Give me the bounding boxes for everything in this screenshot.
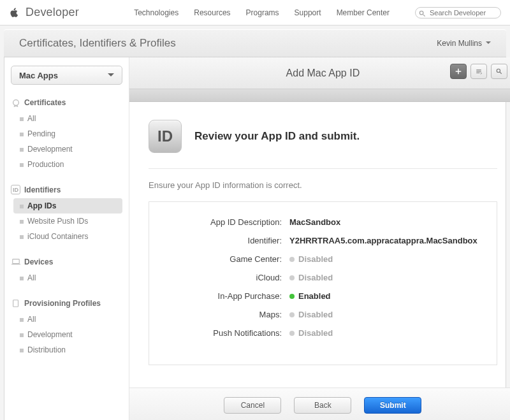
svg-line-1: [423, 15, 425, 17]
chevron-down-icon: [486, 41, 491, 47]
id-icon: ID: [11, 185, 20, 194]
status-dot-icon: [289, 294, 295, 299]
sidebar-item-website-push-ids[interactable]: Website Push IDs: [13, 214, 122, 229]
apple-logo-icon: [9, 8, 19, 18]
certificate-icon: [11, 98, 20, 107]
separator: [149, 168, 497, 169]
user-name: Kevin Mullins: [437, 39, 482, 48]
submit-button[interactable]: Submit: [364, 397, 421, 414]
nav-link-resources[interactable]: Resources: [194, 8, 230, 17]
content-area: Mac Apps Certificates All Pending Develo…: [4, 57, 506, 420]
profiles-icon: [11, 298, 20, 308]
main-panel: Add Mac App ID ID Review your App ID and…: [129, 57, 510, 420]
edit-button[interactable]: [470, 64, 487, 79]
app-id-details-box: App ID Description:MacSandboxIdentifier:…: [149, 201, 497, 365]
sidebar-item-prof-all[interactable]: All: [13, 312, 122, 327]
top-navbar: Developer Technologies Resources Program…: [0, 0, 510, 25]
instruction-text: Ensure your App ID information is correc…: [149, 180, 497, 190]
sidebar-section-label: Devices: [24, 257, 53, 266]
platform-selector[interactable]: Mac Apps: [11, 66, 122, 85]
detail-value: Disabled: [289, 328, 333, 338]
sidebar-section-devices: Devices All: [11, 257, 122, 286]
status-dot-icon: [289, 275, 295, 280]
detail-row: App ID Description:MacSandbox: [168, 217, 477, 227]
sidebar-section-profiles: Provisioning Profiles All Development Di…: [11, 298, 122, 358]
detail-row: Maps:Disabled: [168, 310, 477, 319]
search-button[interactable]: [491, 64, 507, 79]
sidebar-section-label: Certificates: [24, 98, 66, 107]
main-header: Add Mac App ID: [129, 57, 510, 89]
sidebar: Mac Apps Certificates All Pending Develo…: [4, 57, 129, 420]
sidebar-item-cert-development[interactable]: Development: [13, 141, 122, 157]
main-body: ID Review your App ID and submit. Ensure…: [129, 102, 510, 383]
detail-key: In-App Purchase:: [168, 291, 289, 301]
status-dot-icon: [289, 312, 295, 317]
detail-row: Push Notifications:Disabled: [168, 328, 477, 338]
sidebar-item-prof-development[interactable]: Development: [13, 327, 122, 342]
sidebar-section-certificates: Certificates All Pending Development Pro…: [11, 98, 122, 172]
nav-link-technologies[interactable]: Technologies: [134, 8, 178, 17]
nav-link-programs[interactable]: Programs: [246, 8, 279, 17]
svg-rect-3: [12, 259, 19, 263]
detail-row: In-App Purchase:Enabled: [168, 291, 477, 301]
status-dot-icon: [289, 257, 295, 262]
svg-rect-5: [13, 300, 18, 307]
main-subheader-strip: [129, 89, 510, 102]
section-titlebar: Certificates, Identifiers & Profiles Kev…: [4, 29, 506, 57]
detail-row: iCloud:Disabled: [168, 273, 477, 282]
detail-value: Disabled: [289, 273, 333, 282]
nav-link-support[interactable]: Support: [295, 8, 321, 17]
detail-key: iCloud:: [168, 273, 289, 282]
review-title: Review your App ID and submit.: [194, 130, 360, 143]
detail-key: App ID Description:: [168, 217, 289, 227]
detail-value: Disabled: [289, 310, 333, 319]
sidebar-item-cert-pending[interactable]: Pending: [13, 126, 122, 141]
status-dot-icon: [289, 331, 295, 336]
platform-selector-label: Mac Apps: [19, 71, 58, 80]
detail-value: Enabled: [289, 291, 331, 301]
nav-link-member-center[interactable]: Member Center: [337, 8, 390, 17]
detail-value: MacSandbox: [289, 217, 340, 227]
brand-label: Developer: [26, 6, 79, 19]
sidebar-section-label: Identifiers: [24, 185, 61, 194]
svg-point-0: [419, 11, 423, 15]
sidebar-item-cert-production[interactable]: Production: [13, 157, 122, 172]
svg-point-6: [497, 69, 500, 72]
sidebar-item-prof-distribution[interactable]: Distribution: [13, 342, 122, 358]
back-button[interactable]: Back: [294, 397, 351, 414]
detail-key: Push Notifications:: [168, 328, 289, 338]
detail-value: Disabled: [289, 254, 333, 264]
add-button[interactable]: [450, 64, 467, 79]
svg-point-2: [13, 99, 18, 105]
chevron-down-icon: [108, 73, 114, 80]
sidebar-item-devices-all[interactable]: All: [13, 270, 122, 286]
app-id-badge-icon: ID: [149, 120, 182, 153]
detail-key: Maps:: [168, 310, 289, 319]
sidebar-item-app-ids[interactable]: App IDs: [13, 198, 122, 214]
sidebar-item-cert-all[interactable]: All: [13, 111, 122, 126]
svg-line-7: [500, 72, 502, 74]
devices-icon: [11, 257, 20, 266]
detail-row: Game Center:Disabled: [168, 254, 477, 264]
detail-key: Identifier:: [168, 236, 289, 245]
top-nav-links: Technologies Resources Programs Support …: [134, 6, 501, 18]
section-title: Certificates, Identifiers & Profiles: [19, 37, 176, 50]
detail-key: Game Center:: [168, 254, 289, 264]
detail-value: Y2HRRTRAA5.com.appracatappra.MacSandbox: [289, 236, 477, 245]
sidebar-section-identifiers: ID Identifiers App IDs Website Push IDs …: [11, 185, 122, 244]
main-header-title: Add Mac App ID: [286, 68, 360, 79]
sidebar-item-icloud-containers[interactable]: iCloud Containers: [13, 229, 122, 244]
cancel-button[interactable]: Cancel: [224, 397, 281, 414]
search-icon: [419, 8, 426, 15]
sidebar-section-label: Provisioning Profiles: [24, 299, 101, 308]
footer-bar: Cancel Back Submit: [129, 387, 510, 420]
detail-row: Identifier:Y2HRRTRAA5.com.appracatappra.…: [168, 236, 477, 245]
search-input[interactable]: [415, 7, 501, 18]
user-menu[interactable]: Kevin Mullins: [437, 39, 491, 48]
